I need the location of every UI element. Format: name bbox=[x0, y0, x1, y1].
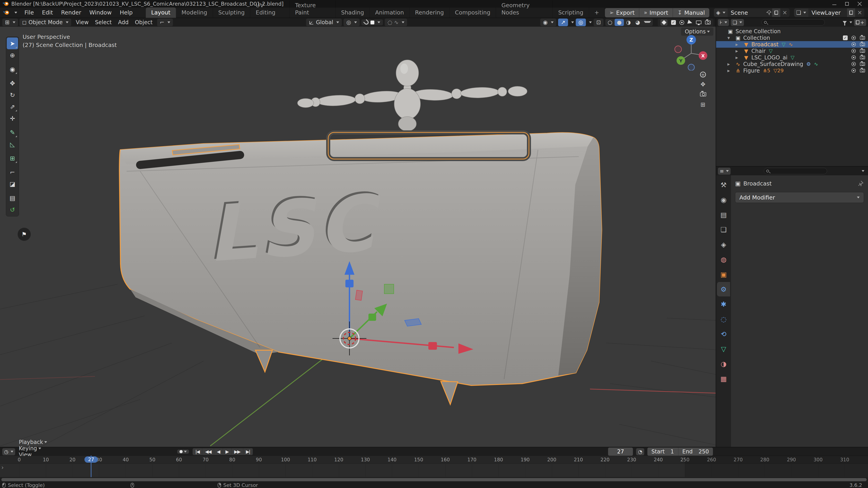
transform-orientation-dropdown[interactable]: Global bbox=[306, 19, 342, 26]
new-collection-button[interactable]: + bbox=[854, 19, 866, 26]
workspace-tab[interactable]: Geometry Nodes bbox=[496, 0, 553, 18]
workspace-tab[interactable]: Sculpting bbox=[213, 7, 250, 18]
mode-dropdown[interactable]: ◻Object Mode bbox=[20, 19, 71, 26]
new-scene-button[interactable] bbox=[772, 8, 780, 17]
expander-icon[interactable]: ▸ bbox=[736, 41, 742, 47]
export-button[interactable]: ➢Export bbox=[605, 8, 640, 18]
outliner-item-label[interactable]: Chair bbox=[751, 48, 766, 54]
snap-target-icon[interactable] bbox=[370, 21, 374, 24]
minimize-icon[interactable] bbox=[832, 1, 837, 6]
workspace-tab[interactable]: + bbox=[589, 7, 605, 18]
close-icon[interactable] bbox=[857, 1, 862, 6]
transport-button[interactable]: ▶ bbox=[223, 448, 231, 455]
timeline-scrollbar[interactable] bbox=[0, 477, 868, 482]
expander-icon[interactable]: ▾ bbox=[727, 35, 734, 41]
workspace-tab[interactable]: Shading bbox=[336, 7, 370, 18]
outliner-item-label[interactable]: Collection bbox=[743, 35, 770, 41]
expander-icon[interactable]: ▸ bbox=[736, 48, 742, 54]
transport-button[interactable]: ◀ bbox=[214, 448, 223, 455]
workspace-tab[interactable]: Rendering bbox=[410, 7, 450, 18]
outliner-item-label[interactable]: Figure bbox=[743, 68, 760, 74]
menu-item[interactable]: Help bbox=[116, 9, 137, 16]
unlink-scene-icon[interactable]: ✕ bbox=[780, 9, 789, 16]
outliner-row[interactable]: ▸ ▼ Broadcast ▽ ∿ ✓ bbox=[716, 41, 868, 48]
pin-icon[interactable] bbox=[766, 10, 772, 15]
transport-button[interactable]: |◀ bbox=[193, 448, 202, 455]
outliner-row[interactable]: ▸ ▼ Chair ▽ ✓ bbox=[716, 48, 868, 54]
timeline-menu-item[interactable]: Keying bbox=[16, 445, 50, 452]
viewport-menu-item[interactable]: Select bbox=[92, 19, 115, 26]
xray-toggle[interactable]: ⊡ bbox=[594, 19, 603, 26]
transport-button[interactable]: ▶| bbox=[243, 448, 253, 455]
camera-view-icon[interactable] bbox=[699, 91, 708, 98]
properties-tab[interactable]: ▦ bbox=[717, 371, 730, 386]
menu-item[interactable]: Edit bbox=[38, 9, 57, 16]
tool-settings-dropdown[interactable]: ⌐ bbox=[157, 19, 173, 26]
transport-button[interactable]: ◀◀ bbox=[202, 448, 214, 455]
pivot-point-dropdown[interactable]: ◎ bbox=[344, 19, 360, 26]
expander-icon[interactable]: ▸ bbox=[727, 68, 734, 73]
display-mode-button[interactable]: ❏ bbox=[731, 19, 744, 26]
current-frame-field[interactable]: 27 bbox=[608, 448, 633, 456]
transport-button[interactable]: ▶▶ bbox=[231, 448, 243, 455]
viewport-menu-item[interactable]: Object bbox=[132, 19, 156, 26]
workspace-tab[interactable]: Scripting bbox=[553, 7, 589, 18]
disable-render-icon[interactable] bbox=[860, 36, 865, 39]
ortho-grid-icon[interactable]: ⊞ bbox=[699, 101, 708, 108]
expander-icon[interactable]: ▸ bbox=[727, 61, 734, 67]
properties-tab[interactable]: ⚙ bbox=[717, 282, 730, 296]
disable-render-icon[interactable] bbox=[860, 62, 865, 66]
workspace-tab[interactable]: Animation bbox=[370, 7, 409, 18]
eye-icon[interactable] bbox=[680, 20, 684, 25]
tool-button[interactable]: ⊞ bbox=[7, 152, 18, 164]
exclude-checkbox-icon[interactable]: ✓ bbox=[843, 35, 848, 40]
scene-selector[interactable]: ◈ Scene ✕ bbox=[714, 8, 789, 17]
outliner-row[interactable]: ▸ ▼ LSC_LOGO_ai ▽ ✓ bbox=[716, 54, 868, 61]
viewport-menu-item[interactable]: Add bbox=[115, 19, 131, 26]
menu-item[interactable]: Window bbox=[85, 9, 116, 16]
hide-viewport-icon[interactable] bbox=[851, 42, 856, 46]
viewport-canvas[interactable]: LSC LSC bbox=[0, 27, 716, 447]
holdout-toggle[interactable] bbox=[660, 20, 668, 26]
tool-button[interactable]: ✥ bbox=[7, 77, 18, 89]
properties-tab[interactable]: ▤ bbox=[717, 207, 730, 222]
pan-hand-icon[interactable]: ✥ bbox=[699, 81, 708, 88]
hide-viewport-icon[interactable] bbox=[851, 36, 856, 40]
mannequin-figure[interactable] bbox=[298, 60, 527, 131]
properties-tab[interactable]: ⚒ bbox=[717, 177, 730, 192]
tool-button[interactable]: ⊕ bbox=[7, 49, 18, 61]
remove-viewlayer-icon[interactable]: ✕ bbox=[855, 9, 864, 16]
outliner-item-label[interactable]: Scene Collection bbox=[736, 28, 781, 35]
import-button[interactable]: »Import bbox=[639, 8, 673, 18]
tool-button[interactable]: ⌐ bbox=[7, 166, 18, 178]
filter-button[interactable] bbox=[843, 21, 852, 24]
properties-tab[interactable]: ❏ bbox=[717, 222, 730, 237]
workspace-tab[interactable]: Compositing bbox=[450, 7, 496, 18]
properties-tab[interactable]: ◉ bbox=[717, 193, 730, 207]
pin-icon[interactable] bbox=[858, 180, 864, 187]
outliner-item-label[interactable]: Broadcast bbox=[751, 41, 778, 48]
properties-tab[interactable]: ◑ bbox=[717, 357, 730, 371]
material-preview-button[interactable]: ◑ bbox=[624, 19, 633, 26]
playhead-frame-badge[interactable]: 27 bbox=[85, 456, 98, 463]
properties-tab[interactable]: ⟲ bbox=[717, 327, 730, 341]
object-visibility-dropdown[interactable]: ◉ bbox=[540, 19, 556, 26]
tool-button[interactable]: ◺ bbox=[7, 138, 18, 150]
checkbox-icon[interactable]: ✓ bbox=[671, 20, 676, 25]
magnet-icon[interactable] bbox=[363, 19, 370, 26]
properties-editor-type-button[interactable]: ≡ bbox=[718, 168, 731, 175]
properties-search-input[interactable] bbox=[764, 168, 827, 174]
show-overlays-toggle[interactable]: ◎ bbox=[576, 19, 586, 26]
start-frame-field[interactable]: Start1 bbox=[647, 448, 678, 456]
blender-menu-button[interactable] bbox=[0, 10, 20, 15]
tool-button[interactable]: ◪ bbox=[7, 178, 18, 190]
disable-render-icon[interactable] bbox=[860, 49, 865, 53]
use-preview-range-button[interactable]: ◔ bbox=[636, 448, 644, 455]
outliner-item-label[interactable]: Cube_SurfaceDrawing bbox=[743, 61, 803, 67]
show-gizmo-toggle[interactable]: ↗ bbox=[558, 19, 568, 26]
navigation-gizmo[interactable]: Z Y X bbox=[673, 34, 709, 70]
menu-item[interactable]: Render bbox=[57, 9, 85, 16]
new-viewlayer-button[interactable] bbox=[847, 8, 855, 17]
workspace-tab[interactable]: Texture Paint bbox=[289, 0, 336, 18]
workspace-tab[interactable]: Layout bbox=[146, 7, 176, 18]
